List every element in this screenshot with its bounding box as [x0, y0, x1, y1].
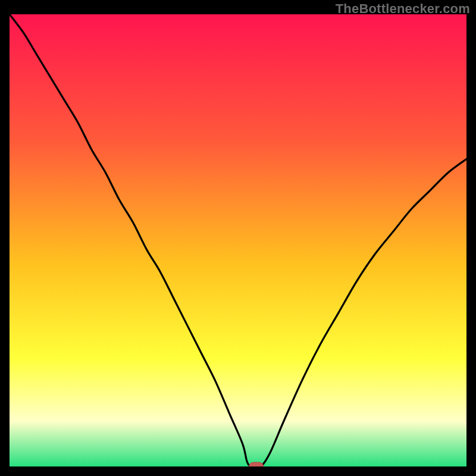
plot-area: [10, 14, 466, 466]
chart-frame: TheBottlenecker.com: [0, 0, 476, 476]
bottleneck-chart: [10, 14, 466, 466]
gradient-background: [10, 14, 466, 466]
optimal-point-marker: [249, 462, 264, 466]
